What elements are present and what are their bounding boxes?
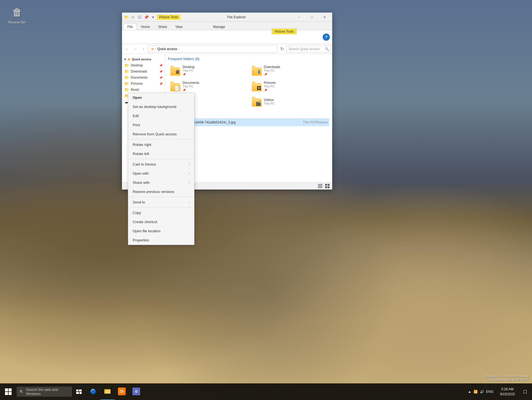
ctx-open-with[interactable]: Open with ›: [128, 169, 194, 178]
svg-rect-7: [328, 186, 330, 188]
tab-home[interactable]: Home: [137, 24, 154, 30]
pin-icon[interactable]: 📌: [143, 14, 149, 20]
folder-desktop[interactable]: 🖥 Desktop This PC 📌: [168, 63, 248, 78]
taskbar-search[interactable]: 🔍 Search the web and Windows: [17, 387, 72, 397]
folder-documents[interactable]: 📄 Documents This PC 📌: [168, 79, 248, 94]
taskbar-search-icon: 🔍: [19, 390, 24, 394]
network-icon: 📶: [474, 390, 478, 394]
downloads-folder-icon: 📁: [124, 69, 129, 74]
language-indicator: ENG: [486, 390, 494, 394]
ctx-open-file-location-label: Open file location: [133, 229, 160, 233]
ctx-separator-2: [128, 159, 194, 159]
tab-share[interactable]: Share: [154, 24, 171, 30]
ctx-set-background[interactable]: Set as desktop background: [128, 102, 194, 111]
ctx-rotate-right-label: Rotate right: [133, 143, 151, 147]
up-arrow-icon[interactable]: ▲: [468, 390, 471, 394]
context-menu: Open Set as desktop background Edit Prin…: [128, 93, 194, 245]
documents-pin-icon: 📌: [159, 76, 163, 79]
volume-icon[interactable]: 🔊: [480, 390, 484, 394]
start-button[interactable]: [0, 383, 17, 400]
onedrive-icon: ☁: [124, 100, 128, 104]
folder-pictures[interactable]: 🖼 Pictures This PC 📌: [249, 79, 330, 94]
ctx-copy[interactable]: Copy: [128, 208, 194, 217]
ctx-remove-quick-access[interactable]: Remove from Quick access: [128, 130, 194, 139]
sidebar-item-downloads[interactable]: 📁 Downloads 📌: [122, 68, 165, 74]
sidebar-item-pictures[interactable]: 📁 Pictures 📌: [122, 81, 165, 87]
recycle-bin[interactable]: 🗑 Recycle Bin: [8, 6, 26, 24]
system-tray: ▲ 📶 🔊 ENG: [466, 390, 497, 394]
picture-tools-label: Picture Tools: [157, 15, 180, 20]
folder-desktop-location: This PC: [183, 69, 246, 72]
ctx-edit[interactable]: Edit: [128, 111, 194, 120]
folder-downloads[interactable]: ⬇ Downloads This PC 📌: [249, 63, 330, 78]
ctx-send-to[interactable]: Send to ›: [128, 198, 194, 207]
taskbar-clock[interactable]: 5:26 AM 9/15/2015: [497, 387, 518, 397]
folder-documents-name: Documents: [183, 81, 246, 85]
taskbar-explorer-button[interactable]: [100, 383, 115, 400]
ctx-open-with-arrow-icon: ›: [189, 172, 190, 175]
folder-downloads-pin: 📌: [264, 73, 327, 76]
folder-videos-location: This PC: [264, 102, 327, 105]
folder-videos[interactable]: 🎬 Videos This PC: [249, 95, 330, 109]
ctx-create-shortcut[interactable]: Create shortcut: [128, 217, 194, 226]
list-view-button[interactable]: [317, 183, 323, 189]
notification-button[interactable]: ☐: [518, 383, 532, 400]
close-button[interactable]: ✕: [318, 13, 331, 22]
svg-rect-0: [318, 184, 322, 185]
ctx-restore-versions[interactable]: Restore previous versions: [128, 187, 194, 196]
minimize-button[interactable]: −: [293, 13, 305, 22]
quick-access-titlebar[interactable]: ✩: [130, 14, 136, 20]
sidebar-item-documents[interactable]: 📁 Documents 📌: [122, 74, 165, 81]
ctx-rotate-left[interactable]: Rotate left: [128, 149, 194, 158]
tab-manage[interactable]: Manage: [209, 24, 229, 30]
svg-rect-1: [318, 185, 322, 186]
desktop-folder-icon: 📁: [124, 63, 129, 68]
back-button[interactable]: ←: [123, 45, 130, 53]
folder-desktop-info: Desktop This PC 📌: [183, 65, 246, 76]
taskbar-edge-button[interactable]: [86, 383, 100, 400]
checkmark-icon[interactable]: ☑: [137, 14, 143, 20]
sidebar-item-desktop[interactable]: 📁 Desktop 📌: [122, 62, 165, 68]
ctx-print-label: Print: [133, 123, 140, 127]
tile-view-button[interactable]: [324, 183, 330, 189]
ctx-cast-to-device[interactable]: Cast to Device ›: [128, 160, 194, 169]
folder-desktop-name: Desktop: [183, 65, 246, 69]
maximize-button[interactable]: □: [305, 13, 318, 22]
task-view-button[interactable]: [72, 383, 86, 400]
folder-icon-titlebar[interactable]: 📁: [123, 14, 129, 20]
search-bar[interactable]: Search Quick access 🔍: [287, 45, 331, 53]
folder-downloads-info: Downloads This PC 📌: [264, 65, 327, 76]
taskbar-store-button[interactable]: 🛍: [115, 383, 129, 400]
folder-videos-info: Videos This PC: [264, 98, 327, 105]
recycle-bin-label: Recycle Bin: [8, 20, 26, 24]
window-controls: − □ ✕: [293, 13, 331, 22]
svg-rect-6: [325, 186, 327, 188]
ctx-print[interactable]: Print: [128, 120, 194, 130]
ctx-rotate-left-label: Rotate left: [133, 152, 149, 156]
ctx-cast-to-device-label: Cast to Device: [133, 162, 156, 166]
svg-rect-10: [76, 392, 79, 394]
address-bar[interactable]: ★ › Quick access ›: [148, 45, 277, 53]
help-button[interactable]: ?: [323, 33, 330, 41]
ctx-edit-label: Edit: [133, 114, 139, 118]
taskbar-extra-button[interactable]: ⚙: [129, 383, 143, 400]
sidebar-item-music[interactable]: 📁 Music: [122, 87, 165, 93]
tab-picture-tools[interactable]: Picture Tools: [272, 29, 297, 34]
ctx-open-file-location[interactable]: Open file location: [128, 226, 194, 236]
ctx-rotate-right[interactable]: Rotate right: [128, 140, 194, 149]
tab-view[interactable]: View: [171, 24, 187, 30]
forward-button[interactable]: →: [132, 45, 139, 53]
dropdown-icon[interactable]: ▾: [150, 14, 156, 20]
up-button[interactable]: ↑: [140, 45, 147, 53]
ctx-properties[interactable]: Properties: [128, 236, 194, 245]
ctx-open-with-label: Open with: [133, 171, 149, 176]
quick-access-header[interactable]: ▾ ★ Quick access: [122, 56, 165, 62]
pictures-folder-icon: 📁: [124, 81, 129, 86]
sidebar-item-pictures-label: Pictures: [131, 82, 143, 86]
ctx-properties-label: Properties: [133, 238, 149, 242]
refresh-button[interactable]: ↻: [278, 45, 286, 53]
tab-file[interactable]: File: [123, 24, 137, 30]
sidebar-item-music-label: Music: [131, 88, 139, 92]
ctx-share-with[interactable]: Share with ›: [128, 178, 194, 187]
ctx-open[interactable]: Open: [128, 93, 194, 102]
